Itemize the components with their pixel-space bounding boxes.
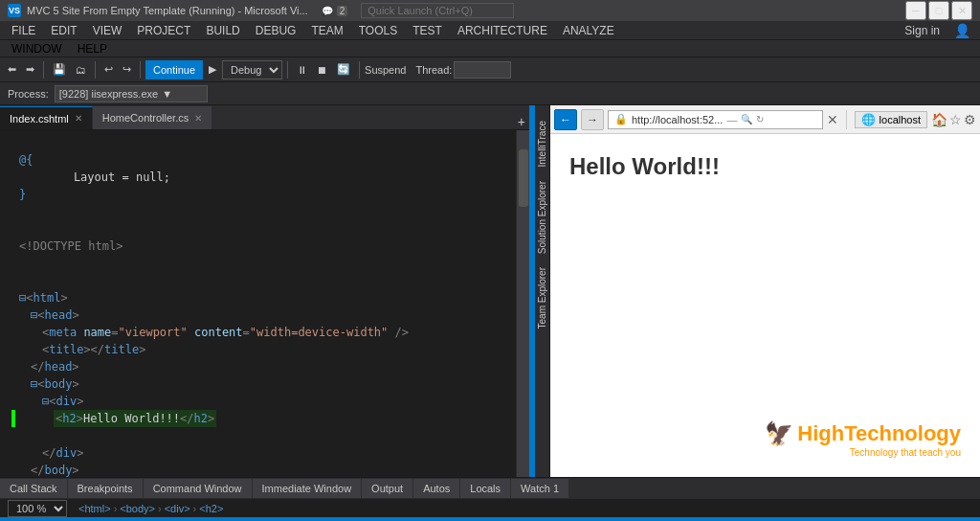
- thread-input[interactable]: [454, 61, 511, 79]
- tab-command-window[interactable]: Command Window: [144, 479, 253, 498]
- suspend-label: Suspend: [365, 64, 406, 76]
- browser-toolbar: ← → 🔒 http://localhost:52... — 🔍 ↻ ✕ 🌐 l…: [550, 105, 980, 134]
- current-line: <h2>Hello World!!!</h2>: [19, 410, 508, 427]
- side-tab-intellitrace[interactable]: IntelliTrace: [535, 115, 549, 173]
- code-line-10: <title></title>: [42, 343, 145, 356]
- quick-launch-input[interactable]: [361, 3, 514, 18]
- toolbar-back[interactable]: ⬅: [4, 59, 20, 80]
- toolbar-sep-4: [287, 61, 288, 79]
- breadcrumb-h2[interactable]: <h2>: [199, 503, 223, 514]
- hello-world-heading: Hello World!!!: [569, 153, 961, 180]
- breadcrumb-html[interactable]: <html>: [78, 503, 111, 514]
- toolbar-pause[interactable]: ⏸: [293, 59, 311, 80]
- address-search-icon: 🔍: [741, 114, 752, 125]
- code-line-11: </head>: [31, 360, 79, 374]
- menu-team[interactable]: TEAM: [303, 21, 350, 39]
- browser-star-button[interactable]: ☆: [949, 112, 962, 127]
- toolbar-sep-1: [43, 61, 44, 79]
- tab-breakpoints[interactable]: Breakpoints: [68, 479, 144, 498]
- app-title: MVC 5 Site From Empty Template (Running)…: [27, 5, 308, 16]
- main-area: Index.cshtml ✕ HomeController.cs ✕ + @{ …: [0, 105, 980, 477]
- notification-icon: 💬: [322, 6, 333, 16]
- main-toolbar: ⬅ ➡ 💾 🗂 ↩ ↪ Continue ▶ Debug ⏸ ⏹ 🔄 Suspe…: [0, 57, 980, 82]
- editor-tab-bar: Index.cshtml ✕ HomeController.cs ✕ +: [0, 105, 529, 130]
- brand-logo: 🦅 HighTechnology: [765, 420, 961, 447]
- menu-build[interactable]: BUILD: [198, 21, 247, 39]
- code-line-16: </body>: [31, 464, 79, 477]
- brand-name-part1: High: [797, 421, 844, 445]
- menu-project[interactable]: PROJECT: [129, 21, 198, 39]
- breadcrumb-body[interactable]: <body>: [120, 503, 155, 514]
- code-content[interactable]: @{ Layout = null; } <!DOCTYPE html> ⊟<ht…: [11, 130, 516, 477]
- breadcrumb-arrow-2: ›: [158, 503, 162, 514]
- tab-immediate-window[interactable]: Immediate Window: [253, 479, 363, 498]
- menu-test[interactable]: TEST: [405, 21, 450, 39]
- side-tab-solution-explorer[interactable]: Solution Explorer: [535, 175, 549, 260]
- toolbar-restart[interactable]: 🔄: [333, 59, 354, 80]
- menu-view[interactable]: VIEW: [85, 21, 130, 39]
- code-line-13: ⊟<div>: [42, 395, 83, 408]
- tab-close-index[interactable]: ✕: [75, 113, 82, 124]
- minimize-button[interactable]: ─: [905, 1, 926, 20]
- code-line-1: @{: [19, 153, 33, 167]
- menu-bar: FILE EDIT VIEW PROJECT BUILD DEBUG TEAM …: [0, 21, 980, 40]
- close-button[interactable]: ✕: [951, 1, 972, 20]
- code-margin: [0, 130, 11, 477]
- thread-label: Thread:: [415, 64, 452, 76]
- toolbar-sep-3: [140, 61, 141, 79]
- tab-watch-1[interactable]: Watch 1: [511, 479, 569, 498]
- breadcrumb-bar: 100 % <html> › <body> › <div> › <h2>: [0, 498, 980, 517]
- side-tab-team-explorer[interactable]: Team Explorer: [535, 261, 549, 334]
- browser-tab-close[interactable]: ✕: [827, 112, 838, 127]
- tab-locals[interactable]: Locals: [460, 479, 511, 498]
- menu-analyze[interactable]: ANALYZE: [555, 21, 622, 39]
- brand-icon: 🦅: [765, 420, 793, 447]
- menu-file[interactable]: FILE: [4, 21, 43, 39]
- brand-name-part2: Technology: [844, 421, 961, 445]
- menu-window[interactable]: WINDOW: [4, 40, 70, 57]
- tab-index-cshtml[interactable]: Index.cshtml ✕: [0, 106, 93, 129]
- expand-editor-button[interactable]: +: [514, 114, 529, 129]
- menu-debug[interactable]: DEBUG: [248, 21, 304, 39]
- browser-settings-button[interactable]: ⚙: [964, 112, 976, 127]
- tab-output[interactable]: Output: [362, 479, 413, 498]
- browser-tab-title: localhost: [880, 114, 921, 125]
- toolbar-save[interactable]: 💾: [49, 59, 70, 80]
- zoom-select[interactable]: 100 %: [8, 500, 67, 517]
- current-line-indicator: [11, 410, 15, 427]
- menu-edit[interactable]: EDIT: [43, 21, 84, 39]
- menu-tools[interactable]: TOOLS: [351, 21, 405, 39]
- toolbar-redo[interactable]: ↪: [119, 59, 135, 80]
- toolbar-sep-5: [359, 61, 360, 79]
- app-icon: VS: [8, 4, 21, 17]
- code-line-3: }: [19, 188, 26, 201]
- toolbar-save-all[interactable]: 🗂: [72, 59, 90, 80]
- browser-forward-button[interactable]: →: [581, 109, 604, 130]
- breadcrumb-div[interactable]: <div>: [165, 503, 190, 514]
- brand-tagline: Technology that teach you: [765, 447, 961, 458]
- browser-url: http://localhost:52...: [632, 114, 723, 125]
- toolbar-forward[interactable]: ➡: [22, 59, 38, 80]
- maximize-button[interactable]: □: [928, 1, 949, 20]
- code-line-15: </div>: [42, 446, 83, 460]
- continue-button[interactable]: Continue: [145, 60, 203, 79]
- brand-area: 🦅 HighTechnology Technology that teach y…: [765, 420, 961, 458]
- browser-address-bar[interactable]: 🔒 http://localhost:52... — 🔍 ↻: [608, 110, 823, 129]
- browser-back-button[interactable]: ←: [554, 109, 577, 130]
- browser-home-button[interactable]: 🏠: [931, 112, 947, 127]
- toolbar-stop[interactable]: ⏹: [313, 59, 331, 80]
- code-editor[interactable]: @{ Layout = null; } <!DOCTYPE html> ⊟<ht…: [0, 130, 529, 477]
- menu-help[interactable]: HELP: [70, 40, 115, 57]
- scrollbar-thumb[interactable]: [519, 149, 528, 207]
- menu-architecture[interactable]: ARCHITECTURE: [450, 21, 555, 39]
- editor-scrollbar[interactable]: [516, 130, 529, 477]
- tab-close-homecontroller[interactable]: ✕: [194, 113, 202, 124]
- process-dropdown-arrow[interactable]: ▼: [162, 88, 172, 100]
- build-config-dropdown[interactable]: Debug: [222, 60, 282, 79]
- tab-call-stack[interactable]: Call Stack: [0, 479, 68, 498]
- menu-sign-in[interactable]: Sign in: [897, 21, 947, 39]
- process-label: Process:: [4, 88, 53, 100]
- toolbar-undo[interactable]: ↩: [100, 59, 117, 80]
- tab-home-controller[interactable]: HomeController.cs ✕: [93, 106, 212, 129]
- tab-autos[interactable]: Autos: [413, 479, 460, 498]
